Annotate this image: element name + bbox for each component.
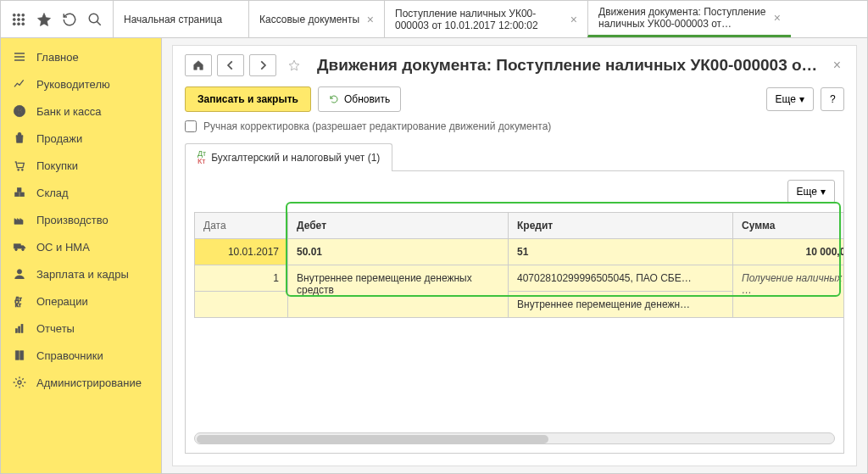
save-close-button[interactable]: Записать и закрыть — [185, 86, 311, 112]
svg-rect-23 — [19, 326, 20, 332]
sidebar-item-label: Отчеты — [36, 322, 75, 335]
svg-point-25 — [18, 381, 21, 384]
sidebar-item-label: Администрирование — [36, 376, 142, 389]
help-button[interactable]: ? — [821, 87, 844, 111]
table-container: Еще▾ Дата Дебет Кредит Сумма С — [185, 171, 844, 454]
svg-point-4 — [18, 18, 20, 20]
sidebar-item-label: ОС и НМА — [36, 241, 90, 254]
sidebar-item-admin[interactable]: Администрирование — [1, 369, 161, 396]
close-icon[interactable]: × — [564, 13, 577, 26]
sidebar-item-manager[interactable]: Руководителю — [1, 70, 161, 98]
chevron-down-icon: ▾ — [821, 186, 826, 198]
close-icon[interactable]: × — [767, 11, 781, 25]
gear-icon — [13, 376, 26, 389]
sidebar: Главное Руководителю ₽Банк и касса Прода… — [1, 38, 162, 473]
sidebar-item-catalogs[interactable]: Справочники — [1, 342, 161, 369]
table-row[interactable]: 10.01.2017 50.01 51 10 000,00 — [195, 239, 845, 265]
sidebar-item-label: Справочники — [36, 349, 103, 362]
sidebar-item-label: Зарплата и кадры — [36, 268, 129, 281]
tab-receipt[interactable]: Поступление наличных УК00-000003 от 10.0… — [384, 1, 587, 37]
svg-point-3 — [13, 18, 15, 20]
sidebar-item-assets[interactable]: ОС и НМА — [1, 233, 161, 260]
cell-empty — [195, 292, 288, 318]
cell-credit-desc: Внутреннее перемещение денежн… — [509, 292, 733, 318]
col-debit[interactable]: Дебет — [288, 213, 509, 239]
accounting-icon: ДтКт — [198, 150, 206, 165]
sidebar-item-bank[interactable]: ₽Банк и касса — [1, 98, 161, 125]
table-row[interactable]: 1 Внутреннее перемещение денежных средст… — [195, 265, 845, 292]
menu-icon — [13, 50, 26, 64]
cell-credit: 51 — [509, 239, 733, 265]
svg-point-13 — [21, 169, 23, 170]
tab-cash-docs[interactable]: Кассовые документы× — [248, 1, 384, 37]
movements-table: Дата Дебет Кредит Сумма С 10.01.2017 50.… — [194, 212, 844, 318]
col-sum[interactable]: Сумма — [733, 213, 845, 239]
tab-label: Движения документа: Поступление наличных… — [598, 6, 767, 30]
sidebar-item-production[interactable]: Производство — [1, 206, 161, 233]
manual-correction-label: Ручная корректировка (разрешает редактир… — [203, 120, 551, 132]
cell-seq: 1 — [195, 265, 288, 292]
sidebar-item-label: Банк и касса — [36, 105, 102, 118]
history-icon[interactable] — [62, 12, 77, 27]
svg-point-12 — [18, 169, 19, 170]
favorite-button[interactable] — [281, 55, 307, 75]
close-button[interactable]: × — [830, 58, 844, 73]
svg-point-1 — [18, 14, 20, 16]
sidebar-item-warehouse[interactable]: Склад — [1, 179, 161, 206]
sidebar-item-main[interactable]: Главное — [1, 43, 161, 70]
manual-correction-row: Ручная корректировка (разрешает редактир… — [185, 120, 844, 132]
sidebar-item-purchases[interactable]: Покупки — [1, 152, 161, 179]
cell-credit-acct: 40702810299996505045, ПАО СБЕ… — [509, 265, 733, 292]
svg-point-18 — [22, 248, 25, 251]
topbar-icon-group — [1, 1, 113, 37]
svg-point-19 — [17, 270, 21, 274]
chevron-down-icon: ▾ — [799, 93, 804, 105]
tab-label: Поступление наличных УК00-000003 от 10.0… — [395, 8, 564, 31]
ops-icon: ДтКт — [13, 294, 26, 308]
refresh-label: Обновить — [344, 93, 390, 105]
close-icon[interactable]: × — [360, 13, 374, 26]
subtabs: ДтКт Бухгалтерский и налоговый учет (1) — [185, 142, 844, 171]
svg-point-6 — [13, 22, 15, 25]
svg-point-8 — [22, 22, 25, 25]
sidebar-item-sales[interactable]: Продажи — [1, 125, 161, 152]
horizontal-scrollbar[interactable] — [194, 432, 835, 444]
sidebar-item-operations[interactable]: ДтКтОперации — [1, 287, 161, 315]
svg-point-2 — [22, 14, 25, 16]
sidebar-item-hr[interactable]: Зарплата и кадры — [1, 260, 161, 287]
apps-icon[interactable] — [11, 12, 26, 27]
col-credit[interactable]: Кредит — [509, 213, 733, 239]
star-icon[interactable] — [36, 12, 52, 27]
svg-rect-14 — [15, 192, 19, 197]
table-header-row: Дата Дебет Кредит Сумма С — [195, 213, 845, 239]
table-more-button[interactable]: Еще▾ — [787, 180, 835, 204]
svg-rect-24 — [21, 324, 23, 332]
svg-point-5 — [22, 18, 25, 20]
scrollbar-thumb[interactable] — [197, 435, 548, 443]
toolbar: Записать и закрыть Обновить Еще▾ ? — [185, 86, 844, 112]
tab-home[interactable]: Начальная страница — [113, 1, 248, 37]
sidebar-item-label: Производство — [36, 214, 108, 226]
back-button[interactable] — [217, 54, 244, 76]
search-icon[interactable] — [87, 12, 103, 27]
subtab-label: Бухгалтерский и налоговый учет (1) — [211, 152, 380, 164]
cell-debit: 50.01 — [288, 239, 509, 265]
cell-debit-desc: Внутреннее перемещение денежных средств — [288, 265, 509, 318]
svg-rect-15 — [20, 192, 25, 197]
chart-icon — [13, 77, 26, 91]
tab-movements[interactable]: Движения документа: Поступление наличных… — [587, 1, 791, 37]
refresh-button[interactable]: Обновить — [318, 86, 401, 112]
home-button[interactable] — [185, 54, 212, 76]
svg-rect-16 — [17, 188, 21, 192]
main-area: Движения документа: Поступление наличных… — [162, 38, 867, 473]
cart-icon — [13, 159, 26, 172]
sidebar-item-label: Руководителю — [36, 78, 110, 91]
svg-point-17 — [15, 248, 18, 251]
subtab-accounting[interactable]: ДтКт Бухгалтерский и налоговый учет (1) — [185, 143, 392, 171]
col-date[interactable]: Дата — [195, 213, 288, 239]
sidebar-item-reports[interactable]: Отчеты — [1, 315, 161, 342]
forward-button[interactable] — [249, 54, 276, 76]
more-button[interactable]: Еще▾ — [766, 87, 814, 111]
manual-correction-checkbox[interactable] — [185, 120, 197, 132]
sidebar-item-label: Покупки — [36, 159, 78, 172]
